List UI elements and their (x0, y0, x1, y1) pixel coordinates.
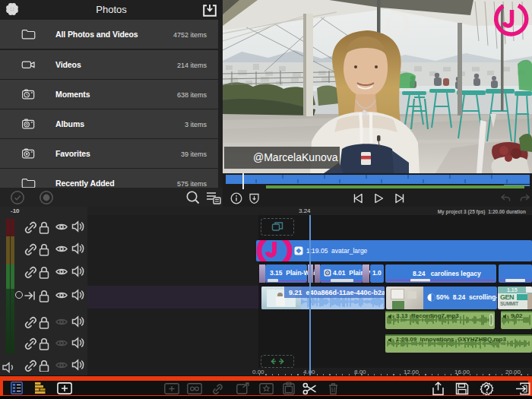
svg-text:@MarcelaKunova: @MarcelaKunova (253, 151, 338, 163)
